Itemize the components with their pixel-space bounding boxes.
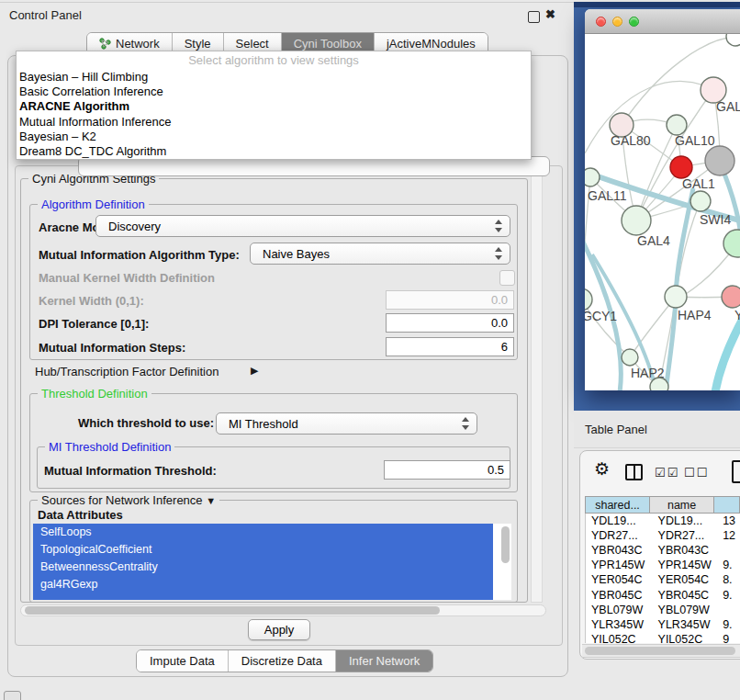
dropdown-placeholder: Select algorithm to view settings [17,51,531,70]
network-node[interactable] [650,378,668,390]
scrollbar-thumb[interactable] [585,647,735,655]
table-cell: YDR27... [653,529,720,542]
manual-kernel-width-checkbox[interactable] [499,270,515,286]
table-cell: YBL079W [653,604,720,616]
node-label: GAL4 [637,233,670,248]
checked-checkboxes-icon[interactable]: ☑☑ [655,466,679,480]
columns-icon[interactable] [625,464,643,480]
network-node[interactable] [705,146,734,175]
network-node[interactable] [585,288,592,310]
network-node[interactable] [723,230,740,257]
document-icon[interactable] [732,460,740,483]
algorithm-option[interactable]: Bayesian – Hill Climbing [17,70,531,85]
column-header-partial[interactable] [713,496,740,514]
table-row[interactable]: YDR27...YDR27...12 [586,528,740,543]
settings-horizontal-scrollbar[interactable] [20,604,546,616]
network-node[interactable] [622,349,638,366]
network-node[interactable] [665,286,687,308]
algorithm-option[interactable]: Mutual Information Inference [17,115,531,130]
algorithm-dropdown-list: Bayesian – Hill ClimbingBasic Correlatio… [17,70,531,159]
tab-label: Network [116,37,160,51]
table-row[interactable]: YDL19...YDL19...13 [586,514,740,528]
data-attributes-list[interactable]: SelfLoopsTopologicalCoefficientBetweenne… [33,524,511,600]
mi-threshold-field[interactable]: 0.5 [384,460,510,480]
table-header-row: shared... name [585,496,740,514]
tab-label: jActiveMNodules [387,37,476,51]
table-row[interactable]: YER054CYER054C8. [586,572,740,587]
table-row[interactable]: YPR145WYPR145W9. [586,558,740,572]
kernel-width-field[interactable]: 0.0 [386,290,514,310]
attribute-item[interactable]: BetweennessCentrality [33,559,493,576]
minimize-window-icon[interactable] [612,17,622,27]
table-cell: 9. [719,618,740,631]
table-horizontal-scrollbar[interactable] [582,644,740,658]
tab-impute-data[interactable]: Impute Data [137,650,229,672]
network-node[interactable] [726,34,740,46]
scrollbar-thumb[interactable] [25,606,440,615]
algorithm-option[interactable]: Bayesian – K2 [17,130,531,144]
mi-algorithm-type-value: Naive Bayes [263,247,330,261]
apply-button[interactable]: Apply [248,619,310,640]
float-panel-icon[interactable] [528,11,540,23]
gear-icon[interactable]: ⚙ [594,458,610,480]
close-panel-icon[interactable]: ✖ [545,7,555,21]
column-header-name[interactable]: name [649,496,713,514]
attributes-scrollbar[interactable] [499,524,511,600]
table-row[interactable]: YBL079WYBL079W [586,603,740,617]
network-window-titlebar[interactable] [585,9,740,34]
control-panel-title: Control Panel [9,8,82,22]
network-node[interactable] [585,168,600,186]
node-label: GAL11 [588,188,627,203]
app-canvas: Control Panel ✖ Network Style Select Cyn… [0,0,740,700]
dpi-tolerance-field[interactable]: 0.0 [386,313,514,333]
network-node[interactable] [670,156,692,178]
algorithm-option[interactable]: ARACNE Algorithm [17,99,531,114]
collapsed-panel-button[interactable] [4,691,21,700]
algorithm-option[interactable]: Dream8 DC_TDC Algorithm [17,144,531,159]
node-label: GAL10 [675,133,715,148]
network-graph[interactable]: GAL7GAL80GAL10GAL1GAL11SWI4GAL4GCY1HAP4Y… [585,34,740,390]
attribute-item[interactable] [33,593,493,600]
table-cell: YBR043C [586,544,653,557]
mi-steps-field[interactable]: 6 [386,337,514,356]
table-row[interactable]: YLR345WYLR345W9. [586,617,740,632]
zoom-window-icon[interactable] [629,17,639,27]
attribute-item[interactable]: gal4RGexp [33,576,493,593]
aracne-mode-select[interactable]: Discovery [95,215,510,237]
network-node[interactable] [667,115,687,135]
network-node[interactable] [690,191,711,211]
table-panel-title: Table Panel [585,423,647,436]
attribute-item[interactable]: TopologicalCoefficient [33,541,493,559]
network-node[interactable] [722,286,740,308]
attribute-item[interactable]: SelfLoops [33,524,493,541]
tab-infer-network[interactable]: Infer Network [336,650,432,672]
node-label: Y [734,308,740,322]
which-threshold-select[interactable]: MI Threshold [216,412,477,435]
node-label: GAL7 [716,99,740,114]
table-cell: 9. [719,559,740,571]
scrollbar-thumb[interactable] [501,526,510,563]
node-table: shared... name YDL19...YDL19...13YDR27..… [585,496,740,643]
network-node[interactable] [622,206,651,235]
table-cell: 12 [719,529,740,542]
table-cell: YIL052C [653,633,720,643]
data-attributes-label: Data Attributes [35,508,126,522]
settings-vertical-scrollbar[interactable] [531,167,543,603]
table-row[interactable]: YBR045CYBR045C9. [586,587,740,602]
expand-right-icon[interactable]: ▶ [251,365,258,377]
mi-algorithm-type-select[interactable]: Naive Bayes [250,243,510,265]
network-tab-icon [99,38,111,50]
algorithm-option[interactable]: Basic Correlation Inference [17,85,531,99]
unchecked-checkboxes-icon[interactable]: ☐☐ [684,466,709,480]
tab-discretize-data[interactable]: Discretize Data [229,650,336,672]
network-view[interactable]: GAL7GAL80GAL10GAL1GAL11SWI4GAL4GCY1HAP4Y… [585,34,740,390]
network-window[interactable]: GAL7GAL80GAL10GAL1GAL11SWI4GAL4GCY1HAP4Y… [585,9,740,390]
mi-algorithm-type-label: Mutual Information Algorithm Type: [39,248,240,262]
table-row[interactable]: YIL052CYIL052C9 [586,632,740,643]
table-cell: YBR045C [586,589,653,602]
table-row[interactable]: YBR043CYBR043C [586,543,740,558]
collapse-down-icon[interactable]: ▼ [206,495,216,506]
hub-factor-definition-label: Hub/Transcription Factor Definition [35,365,219,378]
close-window-icon[interactable] [596,17,606,27]
column-header-shared-name[interactable]: shared... [585,496,649,514]
